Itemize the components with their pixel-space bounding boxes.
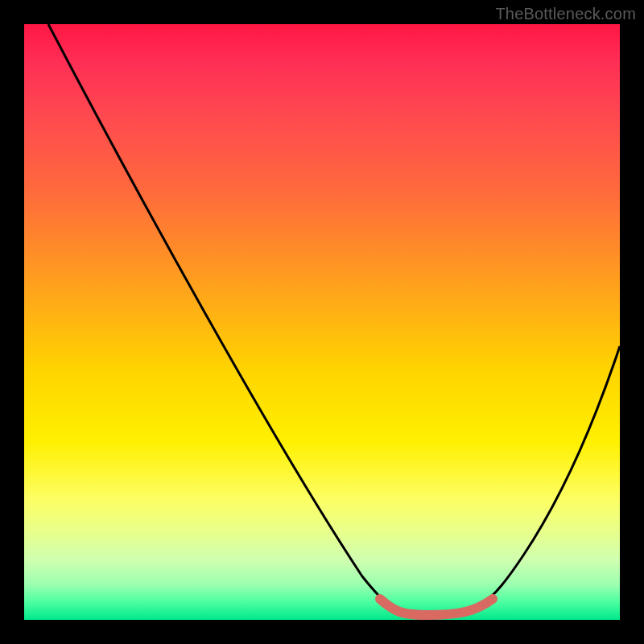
chart-frame: TheBottleneck.com <box>0 0 644 644</box>
curve-layer <box>24 24 620 620</box>
plot-area <box>24 24 620 620</box>
bottleneck-curve <box>48 24 620 618</box>
watermark-text: TheBottleneck.com <box>495 5 636 23</box>
sweet-spot-marker <box>380 599 493 615</box>
